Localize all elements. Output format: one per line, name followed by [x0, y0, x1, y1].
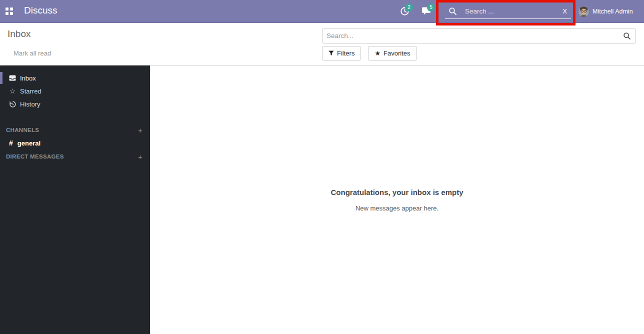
filter-buttons-row: Filters ★ Favorites [322, 46, 417, 60]
empty-state-subtitle: New messages appear here. [150, 204, 644, 212]
apps-menu-icon[interactable] [6, 8, 13, 15]
favorites-button-label: Favorites [384, 50, 410, 57]
sidebar-item-inbox[interactable]: Inbox [0, 72, 150, 84]
mailbox-list: Inbox ☆ Starred History [0, 66, 150, 110]
search-icon[interactable] [623, 32, 631, 40]
channel-label: general [18, 140, 40, 147]
add-channel-button[interactable]: + [138, 126, 142, 134]
filters-button[interactable]: Filters [322, 46, 361, 60]
add-direct-message-button[interactable]: + [138, 152, 142, 161]
favorites-button[interactable]: ★ Favorites [368, 46, 416, 60]
content-search-box [322, 28, 636, 44]
history-icon [8, 101, 16, 108]
sidebar-item-label: History [20, 100, 40, 108]
filters-button-label: Filters [337, 50, 354, 57]
activity-count-badge[interactable]: 2 [405, 4, 413, 12]
hash-icon: # [9, 139, 13, 147]
channels-section-header: CHANNELS + [0, 124, 150, 136]
channels-section-label: CHANNELS [6, 127, 39, 133]
sidebar-item-label: Inbox [20, 74, 36, 82]
inbox-icon [8, 75, 16, 81]
empty-state-title: Congratulations, your inbox is empty [150, 188, 644, 196]
breadcrumb[interactable]: Inbox [8, 28, 30, 40]
navbar-search: X [445, 4, 571, 19]
navbar-search-input[interactable] [465, 8, 558, 15]
sidebar-item-history[interactable]: History [0, 98, 150, 110]
sidebar-item-starred[interactable]: ☆ Starred [0, 84, 150, 98]
direct-messages-section-header: DIRECT MESSAGES + [0, 150, 150, 163]
direct-messages-section-label: DIRECT MESSAGES [6, 154, 64, 160]
content-search-input[interactable] [322, 32, 623, 40]
messages-count-badge[interactable]: 5 [427, 4, 435, 12]
avatar[interactable] [578, 6, 589, 17]
channel-item-general[interactable]: # general [0, 136, 150, 150]
discuss-sidebar: Inbox ☆ Starred History CHANNELS + # gen… [0, 66, 150, 334]
sidebar-item-label: Starred [20, 88, 42, 95]
user-name[interactable]: Mitchell Admin [592, 8, 633, 15]
close-icon[interactable]: X [558, 8, 571, 15]
control-panel: Inbox Mark all read Filters ★ Favorites [0, 23, 644, 66]
filter-funnel-icon [328, 50, 334, 56]
user-menu[interactable]: Mitchell Admin [578, 0, 633, 23]
star-outline-icon: ☆ [8, 88, 16, 94]
search-icon [448, 7, 457, 16]
inbox-empty-state: Congratulations, your inbox is empty New… [150, 188, 644, 212]
top-navbar: Discuss 2 5 X [0, 0, 644, 23]
mark-all-read-button[interactable]: Mark all read [14, 50, 51, 57]
star-icon: ★ [374, 50, 380, 57]
app-title[interactable]: Discuss [24, 5, 58, 16]
